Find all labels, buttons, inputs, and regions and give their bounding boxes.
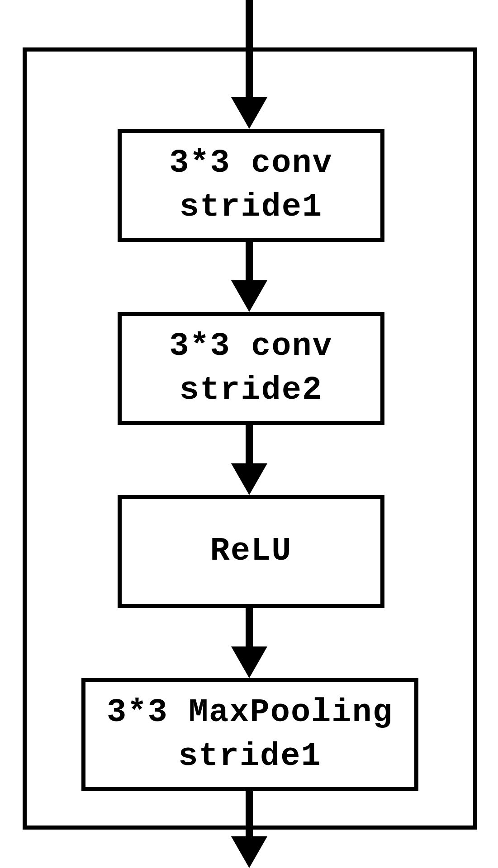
block-relu-line1: ReLU	[210, 529, 292, 573]
block-conv2-line1: 3*3 conv	[169, 325, 333, 368]
block-conv1: 3*3 conv stride1	[118, 129, 384, 242]
block-conv2: 3*3 conv stride2	[118, 312, 384, 425]
block-maxpool-line1: 3*3 MaxPooling	[107, 691, 393, 735]
block-maxpool: 3*3 MaxPooling stride1	[81, 678, 418, 791]
block-conv1-line2: stride1	[180, 185, 323, 229]
block-conv2-line2: stride2	[180, 368, 323, 412]
block-maxpool-line2: stride1	[178, 735, 321, 778]
block-conv1-line1: 3*3 conv	[169, 142, 333, 185]
block-relu: ReLU	[118, 495, 384, 608]
